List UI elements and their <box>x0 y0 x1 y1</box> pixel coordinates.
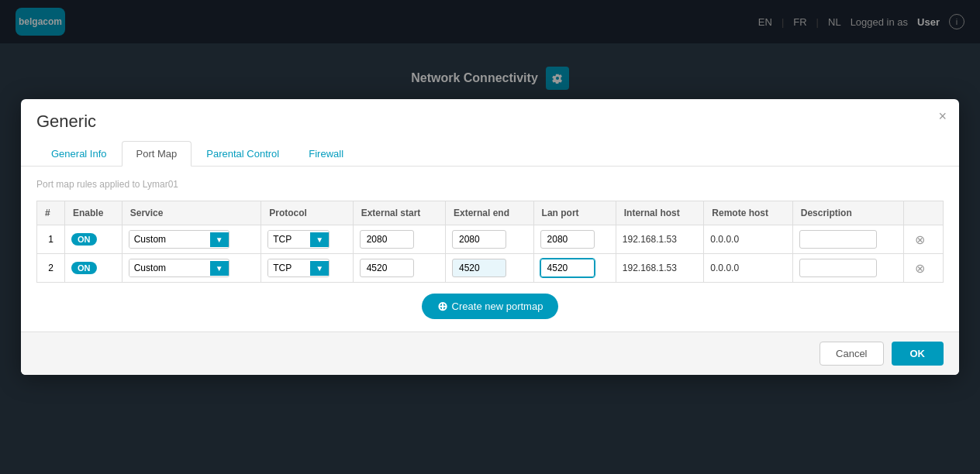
remote-host-text-2: 0.0.0.0 <box>710 263 739 273</box>
row2-protocol: TCP ▼ <box>261 254 353 283</box>
protocol-arrow-2: ▼ <box>310 261 329 276</box>
row2-description <box>792 254 903 283</box>
ext-start-input-1[interactable] <box>360 230 414 249</box>
col-ext-start: External start <box>353 201 445 225</box>
lan-port-input-2[interactable] <box>540 259 595 277</box>
col-service: Service <box>122 201 261 225</box>
protocol-select-2[interactable]: TCP ▼ <box>267 259 330 277</box>
service-dropdown-1[interactable]: Custom <box>129 231 210 248</box>
service-dropdown-2[interactable]: Custom <box>129 259 210 276</box>
col-enable: Enable <box>65 201 122 225</box>
section-title: Port map rules applied to Lymar01 <box>36 179 944 190</box>
protocol-arrow-1: ▼ <box>310 232 329 247</box>
plus-icon: ⊕ <box>437 299 447 314</box>
row1-remote-host: 0.0.0.0 <box>704 225 792 254</box>
row1-enable: ON <box>65 225 122 254</box>
col-internal-host: Internal host <box>616 201 704 225</box>
row1-ext-start <box>353 225 445 254</box>
protocol-dropdown-2[interactable]: TCP <box>268 259 310 276</box>
description-input-1[interactable] <box>799 230 877 249</box>
toggle-on-1[interactable]: ON <box>71 233 97 246</box>
service-arrow-1: ▼ <box>210 232 229 247</box>
modal-overlay: Generic × General Info Port Map Parental… <box>0 0 980 474</box>
col-actions <box>903 201 943 225</box>
row1-internal-host: 192.168.1.53 <box>616 225 704 254</box>
row1-description <box>792 225 903 254</box>
ok-button[interactable]: OK <box>892 342 944 366</box>
row2-remote-host: 0.0.0.0 <box>704 254 792 283</box>
tab-general-info[interactable]: General Info <box>36 141 122 166</box>
internal-host-text-2: 192.168.1.53 <box>623 263 677 273</box>
row1-num: 1 <box>37 225 65 254</box>
ext-end-input-1[interactable] <box>452 230 506 249</box>
col-description: Description <box>792 201 903 225</box>
row2-service: Custom ▼ <box>122 254 261 283</box>
modal-close-button[interactable]: × <box>938 108 947 125</box>
protocol-select-1[interactable]: TCP ▼ <box>267 230 330 249</box>
remove-button-2[interactable]: ⊗ <box>910 259 930 277</box>
row2-ext-start <box>353 254 445 283</box>
modal-title: Generic <box>36 112 944 132</box>
tab-port-map[interactable]: Port Map <box>122 141 192 167</box>
col-protocol: Protocol <box>261 201 353 225</box>
row2-internal-host: 192.168.1.53 <box>616 254 704 283</box>
modal: Generic × General Info Port Map Parental… <box>21 99 959 375</box>
internal-host-text-1: 192.168.1.53 <box>623 234 677 245</box>
lan-port-input-1[interactable] <box>540 230 595 249</box>
col-remote-host: Remote host <box>704 201 792 225</box>
port-map-table: # Enable Service Protocol External start… <box>36 201 944 283</box>
table-row: 2 ON Custom ▼ <box>37 254 944 283</box>
modal-tabs: General Info Port Map Parental Control F… <box>36 141 944 166</box>
row2-remove: ⊗ <box>903 254 943 283</box>
tab-firewall[interactable]: Firewall <box>294 141 358 166</box>
cancel-button[interactable]: Cancel <box>820 342 883 366</box>
col-num: # <box>37 201 65 225</box>
create-btn-label: Create new portmap <box>452 301 543 312</box>
ext-start-input-2[interactable] <box>360 259 414 277</box>
row1-service: Custom ▼ <box>122 225 261 254</box>
remote-host-text-1: 0.0.0.0 <box>710 234 739 245</box>
row2-enable: ON <box>65 254 122 283</box>
service-select-1[interactable]: Custom ▼ <box>129 230 229 249</box>
remove-button-1[interactable]: ⊗ <box>910 231 930 249</box>
row1-ext-end <box>445 225 533 254</box>
row1-lan-port <box>533 225 616 254</box>
col-lan-port: Lan port <box>533 201 616 225</box>
row1-protocol: TCP ▼ <box>261 225 353 254</box>
row2-lan-port <box>533 254 616 283</box>
modal-footer: Cancel OK <box>21 331 959 375</box>
service-select-2[interactable]: Custom ▼ <box>129 259 229 277</box>
ext-end-input-2[interactable] <box>452 259 506 277</box>
protocol-dropdown-1[interactable]: TCP <box>268 231 310 248</box>
modal-header: Generic × General Info Port Map Parental… <box>21 99 959 167</box>
toggle-on-2[interactable]: ON <box>71 262 97 274</box>
create-btn-container: ⊕ Create new portmap <box>36 294 944 319</box>
col-ext-end: External end <box>445 201 533 225</box>
description-input-2[interactable] <box>799 259 877 277</box>
table-row: 1 ON Custom ▼ <box>37 225 944 254</box>
row1-remove: ⊗ <box>903 225 943 254</box>
row2-num: 2 <box>37 254 65 283</box>
modal-body: Port map rules applied to Lymar01 # Enab… <box>21 167 959 331</box>
service-arrow-2: ▼ <box>210 261 229 276</box>
row2-ext-end <box>445 254 533 283</box>
tab-parental-control[interactable]: Parental Control <box>192 141 294 166</box>
create-portmap-button[interactable]: ⊕ Create new portmap <box>422 294 559 319</box>
